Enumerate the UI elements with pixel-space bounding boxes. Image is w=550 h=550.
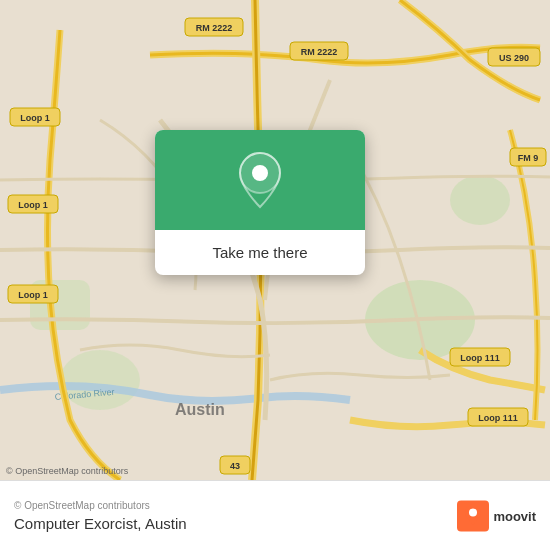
map-container: Colorado River L [0,0,550,480]
svg-point-4 [60,350,140,410]
popup-header [155,130,365,230]
svg-text:Loop 1: Loop 1 [20,113,50,123]
svg-point-31 [469,508,477,516]
svg-text:FM 9: FM 9 [518,153,539,163]
popup-card: Take me there [155,130,365,275]
svg-text:Austin: Austin [175,401,225,418]
moovit-logo[interactable]: moovit [457,500,536,531]
moovit-text: moovit [493,508,536,523]
take-me-there-button[interactable]: Take me there [171,242,349,263]
svg-text:Loop 111: Loop 111 [478,413,518,423]
svg-text:43: 43 [230,461,240,471]
map-attribution: © OpenStreetMap contributors [6,466,128,476]
svg-text:US 290: US 290 [499,53,529,63]
moovit-icon [457,500,489,531]
svg-text:RM 2222: RM 2222 [196,23,233,33]
popup-body: Take me there [155,230,365,275]
svg-text:Loop 111: Loop 111 [460,353,500,363]
svg-text:Loop 1: Loop 1 [18,290,48,300]
location-pin-icon [238,151,282,209]
footer-bar: © OpenStreetMap contributors Computer Ex… [0,480,550,550]
svg-text:RM 2222: RM 2222 [301,47,338,57]
svg-text:Loop 1: Loop 1 [18,200,48,210]
svg-marker-30 [467,517,479,525]
svg-point-2 [450,175,510,225]
